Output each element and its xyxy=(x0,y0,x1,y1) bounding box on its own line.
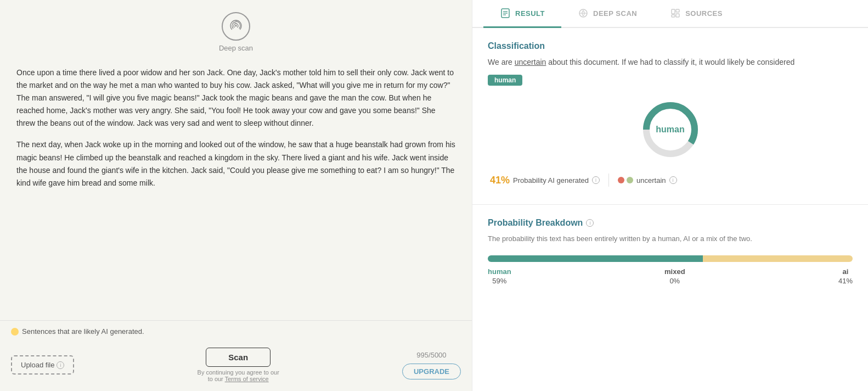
ai-pct: 41% xyxy=(838,277,853,285)
ai-pct-value: 41% xyxy=(490,175,510,186)
ai-label: ai xyxy=(843,267,849,276)
classification-section: Classification We are uncertain about th… xyxy=(488,41,853,187)
human-label: human xyxy=(488,267,511,276)
classification-description: We are uncertain about this document. If… xyxy=(488,57,853,68)
bottom-bar: Sentences that are likely AI generated. xyxy=(0,320,472,342)
tab-deep-scan[interactable]: DEEP SCAN xyxy=(561,0,653,28)
human-pct: 59% xyxy=(492,277,506,285)
paragraph-1: Once upon a time there lived a poor wido… xyxy=(16,66,455,130)
deep-scan-header: Deep scan xyxy=(0,0,472,58)
bar-label-human: human 59% xyxy=(488,267,511,285)
svg-rect-9 xyxy=(672,15,675,17)
uncertain-word: uncertain xyxy=(515,58,546,66)
tab-result-label: RESULT xyxy=(515,9,545,18)
ai-probability-stat: 41% Probability AI generated i xyxy=(490,175,600,186)
svg-rect-6 xyxy=(672,9,675,14)
mixed-label: mixed xyxy=(664,267,685,276)
bar-human xyxy=(488,255,703,262)
action-bar: Upload file i Scan By continuing you agr… xyxy=(0,342,472,391)
svg-rect-8 xyxy=(676,14,679,17)
ai-prob-info-icon[interactable]: i xyxy=(592,176,600,184)
upload-file-label: Upload file xyxy=(21,361,54,369)
prob-breakdown-header: Probability Breakdown i xyxy=(488,218,853,228)
donut-label: human xyxy=(656,125,684,135)
donut-chart: human xyxy=(638,97,703,163)
bar-ai xyxy=(703,255,853,262)
human-badge: human xyxy=(488,75,522,86)
legend-dot xyxy=(11,328,19,336)
word-count-section: 995/5000 UPGRADE xyxy=(402,351,461,379)
uncertain-dots xyxy=(618,177,633,183)
prob-breakdown-title: Probability Breakdown xyxy=(488,218,583,228)
probability-bar xyxy=(488,255,853,262)
bar-label-ai: ai 41% xyxy=(838,267,853,285)
tab-deep-scan-label: DEEP SCAN xyxy=(593,9,637,18)
word-count: 995/5000 xyxy=(416,351,446,359)
bar-label-mixed: mixed 0% xyxy=(664,267,685,285)
prob-desc: The probability this text has been entir… xyxy=(488,233,853,244)
dot-red xyxy=(618,177,624,183)
mixed-pct: 0% xyxy=(669,277,680,285)
uncertain-label: uncertain xyxy=(636,176,666,185)
fingerprint-icon xyxy=(221,11,251,42)
stats-row: 41% Probability AI generated i uncertain… xyxy=(488,174,853,187)
legend-item: Sentences that are likely AI generated. xyxy=(11,327,144,336)
uncertain-stat: uncertain i xyxy=(618,176,677,185)
classification-desc-pre: We are xyxy=(488,58,515,66)
tabs-bar: RESULT DEEP SCAN SOURCES xyxy=(472,0,868,28)
bar-labels: human 59% mixed 0% ai 41% xyxy=(488,267,853,285)
probability-breakdown-section: Probability Breakdown i The probability … xyxy=(488,218,853,285)
scan-section: Scan By continuing you agree to our to o… xyxy=(198,348,279,382)
left-panel: Deep scan Once upon a time there lived a… xyxy=(0,0,472,391)
stats-divider xyxy=(608,174,609,187)
donut-chart-container: human xyxy=(488,97,853,163)
dot-green xyxy=(627,177,633,183)
classification-desc-post: about this document. If we had to classi… xyxy=(546,58,794,66)
upload-info-icon[interactable]: i xyxy=(57,361,64,369)
text-area[interactable]: Once upon a time there lived a poor wido… xyxy=(0,58,472,320)
ai-prob-label: Probability AI generated xyxy=(513,176,589,185)
prob-breakdown-info-icon[interactable]: i xyxy=(586,219,594,227)
terms-text: By continuing you agree to our to our Te… xyxy=(198,369,279,382)
tab-sources[interactable]: SOURCES xyxy=(653,0,739,28)
upgrade-button[interactable]: UPGRADE xyxy=(402,364,461,379)
section-divider xyxy=(472,204,868,205)
tab-result[interactable]: RESULT xyxy=(483,0,561,28)
right-panel: RESULT DEEP SCAN SOURCES Cl xyxy=(472,0,868,391)
legend-text: Sentences that are likely AI generated. xyxy=(22,327,144,336)
svg-rect-7 xyxy=(676,9,679,12)
upload-file-button[interactable]: Upload file i xyxy=(11,355,74,375)
right-content: Classification We are uncertain about th… xyxy=(472,28,868,391)
deep-scan-label: Deep scan xyxy=(219,44,253,52)
paragraph-2: The next day, when Jack woke up in the m… xyxy=(16,138,455,189)
scan-button[interactable]: Scan xyxy=(206,348,270,367)
terms-link[interactable]: Terms of service xyxy=(225,376,269,382)
tab-sources-label: SOURCES xyxy=(685,9,723,18)
classification-title: Classification xyxy=(488,41,853,51)
uncertain-info-icon[interactable]: i xyxy=(669,176,677,184)
